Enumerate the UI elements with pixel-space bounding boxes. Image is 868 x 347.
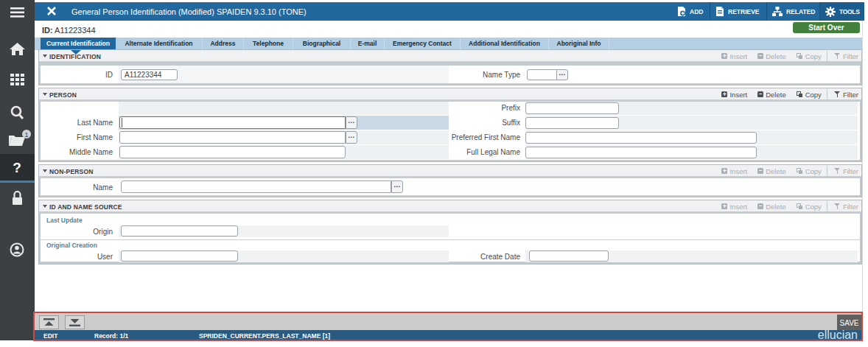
svg-text:?: ?	[13, 160, 21, 175]
svg-text:1: 1	[24, 131, 28, 139]
